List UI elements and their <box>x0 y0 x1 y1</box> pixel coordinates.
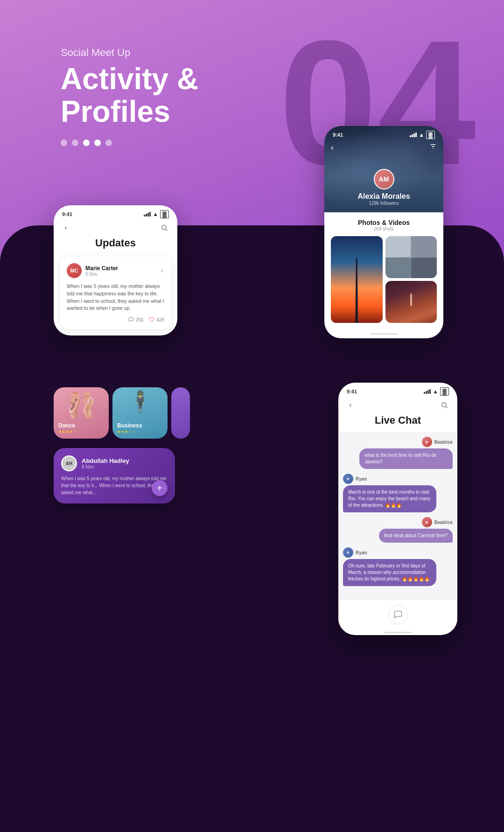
dot-3-active <box>83 140 90 146</box>
dot-4-active <box>94 140 101 146</box>
chat-bubble-4-text: Oh sure, late February or first days of … <box>348 563 430 581</box>
activity-cards-row: 🩰 Dance ★ ★ ★ ★ ★ 🕴 Business ★ ★ <box>54 387 190 439</box>
chat-sender-ryan-2: R Ryan <box>343 547 367 558</box>
profile-back-button[interactable]: ‹ <box>331 143 334 153</box>
comments-stat: 256 <box>128 317 144 322</box>
comments-count: 256 <box>136 317 144 322</box>
profile-name: Alexia Morales <box>357 192 410 201</box>
dance-figure-icon: 🩰 <box>66 391 97 419</box>
updates-nav-bar: ‹ <box>54 220 177 235</box>
activity-card-business[interactable]: 🕴 Business ★ ★ ★ ★ ★ <box>112 387 168 439</box>
chat-status-icons: ▲ ▓ <box>424 387 449 396</box>
updates-status-time: 9:41 <box>62 211 72 217</box>
updates-back-button[interactable]: ‹ <box>61 223 70 232</box>
header-area: Social Meet Up Activity & Profiles <box>61 47 198 146</box>
ryan-name-1: Ryan <box>356 476 367 482</box>
ryan-name-2: Ryan <box>356 550 367 555</box>
add-button[interactable]: + <box>152 480 168 496</box>
signal-icon <box>144 212 151 217</box>
ryan-avatar-1: R <box>343 474 353 484</box>
beatrice-avatar-1: B <box>422 437 432 447</box>
update-card-2-name: Abdullah Hadley <box>82 457 129 464</box>
profile-status-icons: ▲ ▓ <box>410 131 435 139</box>
chat-bubble-3-text: And what about Carnival time? <box>384 533 448 538</box>
header-subtitle: Social Meet Up <box>61 47 198 59</box>
ryan-avatar-2: R <box>343 547 353 558</box>
profile-header-content: AM Alexia Morales 128k followers <box>357 169 410 206</box>
chat-compose-button[interactable] <box>388 605 408 624</box>
chat-signal-icon <box>424 389 431 394</box>
chat-sender-ryan-1: R Ryan <box>343 474 367 484</box>
business-card-info: Business ★ ★ ★ ★ ★ <box>117 422 142 434</box>
svg-point-0 <box>162 225 166 230</box>
chat-scroll-line <box>384 632 412 633</box>
battery-icon: ▓ <box>160 210 169 218</box>
svg-line-6 <box>446 406 447 408</box>
update-post-stats: 256 428 <box>67 317 164 322</box>
update-user-name: Marie Carter <box>85 265 118 272</box>
dance-card-label: Dance <box>58 422 77 429</box>
profile-status-time: 9:41 <box>333 132 343 138</box>
phone-updates: 9:41 ▲ ▓ ‹ Updates <box>54 205 177 336</box>
likes-count: 428 <box>156 317 164 322</box>
update-user-avatar: MC <box>67 263 82 278</box>
chat-screen-title: Live Chat <box>338 413 457 432</box>
phone-profile: 9:41 ▲ ▓ ‹ AM <box>324 126 443 338</box>
chat-bubble-1-text: what is the best time to visit Rio de Ja… <box>364 453 436 464</box>
beatrice-name-2: Beatrice <box>434 520 453 525</box>
update-card-2-header: AH Abdullah Hadley 8 Nov <box>61 455 168 471</box>
status-icons: ▲ ▓ <box>144 210 169 218</box>
photo-abstract[interactable] <box>385 236 437 278</box>
chat-bubble-2: March is one of the best months to visit… <box>343 485 436 512</box>
abstract-image <box>385 236 437 278</box>
update-post-text: When I was 5 years old, my mother always… <box>67 283 164 312</box>
profile-photos-section: Photos & Videos 269 shots <box>324 212 443 329</box>
photo-tower[interactable] <box>331 236 383 323</box>
profile-signal-icon <box>410 133 417 137</box>
profile-avatar: AM <box>374 169 394 189</box>
update-card-chevron[interactable]: ∨ <box>160 267 164 274</box>
updates-search-button[interactable] <box>159 222 170 233</box>
chat-bubble-2-text: March is one of the best months to visit… <box>348 489 430 508</box>
business-card-rating: ★ ★ ★ ★ ★ <box>117 430 142 434</box>
chat-bubble-3: And what about Carnival time? <box>379 529 453 543</box>
svg-point-5 <box>442 403 446 407</box>
update-card-2-avatar: AH <box>61 455 77 471</box>
chat-message-4: R Ryan Oh sure, late February or first d… <box>343 547 453 586</box>
photos-header: Photos & Videos 269 shots <box>331 219 437 231</box>
chat-scroll-indicator <box>338 629 457 635</box>
wifi-icon: ▲ <box>153 211 158 217</box>
dance-card-info: Dance ★ ★ ★ ★ ★ <box>58 422 77 434</box>
dot-5 <box>105 140 112 146</box>
updates-status-bar: 9:41 ▲ ▓ <box>54 205 177 220</box>
profile-filter-button[interactable] <box>429 143 437 152</box>
photos-grid <box>331 236 437 323</box>
profile-status-bar: 9:41 ▲ ▓ <box>324 126 443 141</box>
likes-stat: 428 <box>149 317 164 322</box>
chat-status-time: 9:41 <box>347 389 357 394</box>
business-figure-icon: 🕴 <box>127 389 154 414</box>
chat-battery-icon: ▓ <box>440 387 449 396</box>
update-user-meta: Marie Carter 8 Nov <box>85 265 118 277</box>
photo-canyon[interactable] <box>385 281 437 323</box>
updates-screen-title: Updates <box>54 235 177 257</box>
activity-card-dance[interactable]: 🩰 Dance ★ ★ ★ ★ ★ <box>54 387 109 439</box>
chat-message-2: R Ryan March is one of the best months t… <box>343 474 453 512</box>
scroll-line <box>370 333 398 335</box>
activity-card-third-partial <box>171 387 190 439</box>
chat-body: Beatrice B what is the best time to visi… <box>338 432 457 600</box>
photos-count: 269 shots <box>331 226 437 231</box>
update-card-2: AH Abdullah Hadley 8 Nov When I was 5 ye… <box>54 448 175 503</box>
header-title-line1: Activity & <box>61 62 198 96</box>
chat-search-button[interactable] <box>439 399 450 411</box>
phone-chat: 9:41 ▲ ▓ ‹ Live Chat <box>338 383 457 635</box>
chat-back-button[interactable]: ‹ <box>346 400 355 410</box>
chat-nav-bar: ‹ <box>338 398 457 413</box>
chat-message-3: Beatrice B And what about Carnival time? <box>343 517 453 543</box>
dot-1 <box>61 140 67 146</box>
update-card-2-meta: Abdullah Hadley 8 Nov <box>82 457 129 469</box>
chat-sender-beatrice-2: Beatrice B <box>422 517 453 527</box>
profile-followers: 128k followers <box>369 201 399 206</box>
page-content: 04 Social Meet Up Activity & Profiles 9:… <box>0 0 504 832</box>
canyon-image <box>385 281 437 323</box>
